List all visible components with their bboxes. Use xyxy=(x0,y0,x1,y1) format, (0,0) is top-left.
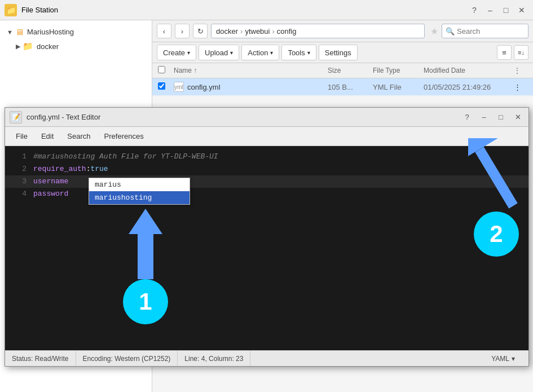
action-toolbar: Create ▾ Upload ▾ Action ▾ Tools ▾ Setti… xyxy=(152,42,533,63)
code-line-1: 1 #mariushosting Auth File for YT-DLP-WE… xyxy=(5,151,528,163)
code-text xyxy=(68,175,73,188)
header-checkbox[interactable] xyxy=(158,66,174,75)
line-number: 1 xyxy=(11,151,27,163)
sidebar-item-label: MariusHosting xyxy=(27,28,74,36)
status-language: YAML ▾ xyxy=(484,351,522,366)
tools-button[interactable]: Tools ▾ xyxy=(281,45,316,60)
autocomplete-item[interactable]: marius xyxy=(89,178,190,191)
breadcrumb-part2: ytwebui xyxy=(245,27,270,36)
settings-button[interactable]: Settings xyxy=(319,45,358,60)
sidebar-item-mariushosting[interactable]: ▼ 🖥 MariusHosting xyxy=(0,25,152,39)
file-list: yml config.yml 105 B... YML File 01/05/2… xyxy=(152,78,533,96)
autocomplete-dropdown[interactable]: marius mariushosting xyxy=(89,178,190,205)
file-icon: yml xyxy=(174,82,184,92)
line-number: 2 xyxy=(11,163,27,175)
row-checkbox[interactable] xyxy=(158,82,174,91)
editor-status-bar: Status: Read/Write Encoding: Western (CP… xyxy=(5,350,528,366)
dropdown-arrow-icon: ▾ xyxy=(187,50,190,56)
code-line-3: 3 username xyxy=(5,175,528,188)
app-icon: 📁 xyxy=(5,4,17,16)
code-key: username xyxy=(33,175,68,188)
action-button[interactable]: Action ▾ xyxy=(241,45,279,60)
file-name-cell: yml config.yml xyxy=(174,82,328,92)
file-type-cell: YML File xyxy=(373,83,424,91)
col-header-type[interactable]: File Type xyxy=(373,67,424,74)
back-button[interactable]: ‹ xyxy=(157,24,171,38)
breadcrumb-part1: docker xyxy=(216,27,238,36)
code-line-4: 4 password xyxy=(5,188,528,200)
folder-icon: 📁 xyxy=(23,41,33,51)
code-text xyxy=(68,188,73,200)
app-title: File Station xyxy=(21,6,468,14)
dropdown-arrow-icon: ▾ xyxy=(230,50,233,56)
file-more-icon[interactable]: ⋮ xyxy=(514,83,527,91)
search-box[interactable]: 🔍 xyxy=(442,24,528,38)
sidebar-item-label: docker xyxy=(37,42,59,51)
breadcrumb-part3: config xyxy=(277,27,297,36)
select-all-checkbox[interactable] xyxy=(158,66,165,73)
editor-menu-edit[interactable]: Edit xyxy=(35,129,60,144)
table-row[interactable]: yml config.yml 105 B... YML File 01/05/2… xyxy=(152,78,533,96)
line-number: 4 xyxy=(11,188,27,200)
help-button[interactable]: ? xyxy=(468,3,481,17)
create-button[interactable]: Create ▾ xyxy=(157,45,196,60)
row-select-checkbox[interactable] xyxy=(158,82,165,90)
breadcrumb[interactable]: docker › ytwebui › config xyxy=(211,24,425,38)
view-options-button[interactable]: ≡↓ xyxy=(514,45,528,60)
view-list-button[interactable]: ≡ xyxy=(497,45,512,60)
editor-app-icon: 📝 xyxy=(10,111,22,124)
file-date-cell: 01/05/2025 21:49:26 xyxy=(424,83,514,91)
code-key: password xyxy=(33,188,68,200)
navigation-toolbar: ‹ › ↻ docker › ytwebui › config ★ 🔍 xyxy=(152,20,533,42)
text-editor-window: 📝 config.yml - Text Editor ? – □ ✕ File … xyxy=(5,107,529,367)
editor-menu-search[interactable]: Search xyxy=(61,129,96,144)
editor-title-bar: 📝 config.yml - Text Editor ? – □ ✕ xyxy=(5,108,528,127)
editor-menu-file[interactable]: File xyxy=(10,129,34,144)
sidebar-section: ▼ 🖥 MariusHosting ▶ 📁 docker xyxy=(0,20,152,58)
col-header-more[interactable]: ⋮ xyxy=(514,67,527,74)
dropdown-arrow-icon: ▾ xyxy=(270,50,273,56)
file-list-header: Name ↑ Size File Type Modified Date ⋮ xyxy=(152,63,533,78)
line-number: 3 xyxy=(11,175,27,188)
window-controls: ? – □ ✕ xyxy=(468,3,528,17)
sidebar-item-docker[interactable]: ▶ 📁 docker xyxy=(0,39,152,54)
status-line-col: Line: 4, Column: 23 xyxy=(178,351,250,366)
breadcrumb-sep: › xyxy=(240,27,243,36)
editor-maximize-button[interactable]: □ xyxy=(495,111,507,124)
status-encoding: Encoding: Western (CP1252) xyxy=(76,351,178,366)
code-value: true xyxy=(90,163,108,175)
editor-minimize-button[interactable]: – xyxy=(478,111,490,124)
search-input[interactable] xyxy=(457,27,525,36)
col-header-size[interactable]: Size xyxy=(328,67,373,74)
file-size-cell: 105 B... xyxy=(328,83,373,91)
forward-button[interactable]: › xyxy=(175,24,190,38)
editor-menu-bar: File Edit Search Preferences xyxy=(5,127,528,146)
folder-icon: 🖥 xyxy=(15,27,24,37)
code-key: require_auth xyxy=(33,163,86,175)
editor-menu-preferences[interactable]: Preferences xyxy=(98,129,150,144)
editor-title: config.yml - Text Editor xyxy=(27,113,456,121)
code-text: : xyxy=(86,163,91,175)
minimize-button[interactable]: – xyxy=(483,3,497,17)
col-header-name[interactable]: Name ↑ xyxy=(174,67,328,74)
maximize-button[interactable]: □ xyxy=(499,3,513,17)
status-readwrite: Status: Read/Write xyxy=(12,351,76,366)
tree-expand-icon: ▶ xyxy=(16,43,20,50)
search-icon: 🔍 xyxy=(446,27,455,36)
code-line-2: 2 require_auth : true xyxy=(5,163,528,175)
editor-help-button[interactable]: ? xyxy=(461,111,473,124)
code-text: #mariushosting Auth File for YT-DLP-WEB-… xyxy=(33,151,218,163)
language-dropdown-icon[interactable]: ▾ xyxy=(512,355,515,363)
close-button[interactable]: ✕ xyxy=(515,3,528,17)
title-bar: 📁 File Station ? – □ ✕ xyxy=(0,0,533,20)
editor-close-button[interactable]: ✕ xyxy=(512,111,524,124)
editor-content[interactable]: 1 #mariushosting Auth File for YT-DLP-WE… xyxy=(5,146,528,350)
refresh-button[interactable]: ↻ xyxy=(193,24,208,38)
breadcrumb-sep2: › xyxy=(272,27,274,36)
tree-expand-icon: ▼ xyxy=(7,29,13,36)
col-header-date[interactable]: Modified Date xyxy=(424,67,514,74)
upload-button[interactable]: Upload ▾ xyxy=(199,45,239,60)
bookmark-icon[interactable]: ★ xyxy=(430,26,438,37)
autocomplete-item-active[interactable]: mariushosting xyxy=(89,191,190,204)
dropdown-arrow-icon: ▾ xyxy=(307,50,310,56)
